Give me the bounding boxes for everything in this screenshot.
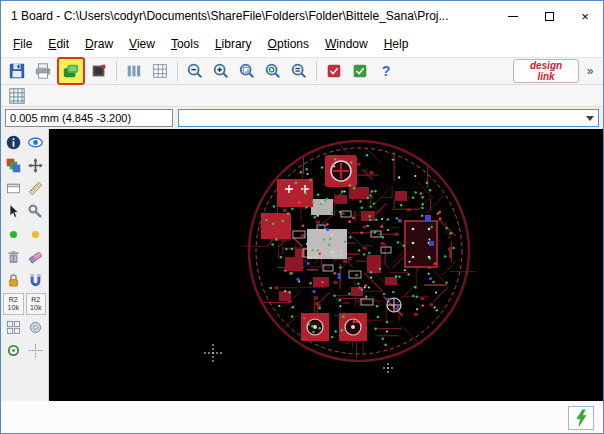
toolbar-overflow-button[interactable]: » [581, 59, 599, 83]
menu-window[interactable]: Window [317, 33, 376, 55]
close-button[interactable]: × [567, 1, 603, 31]
zoom-in-icon [212, 62, 230, 80]
menu-draw[interactable]: Draw [77, 33, 121, 55]
lock-button[interactable] [3, 270, 24, 291]
zoom-window-icon [238, 62, 256, 80]
menu-edit[interactable]: Edit [40, 33, 77, 55]
crosshair-icon [27, 342, 44, 359]
component-refdes: R2 [9, 296, 18, 303]
chevron-down-icon [586, 116, 594, 121]
lock-icon [5, 272, 22, 289]
design-link-label-1: design [530, 60, 562, 71]
zoom-previous-button[interactable] [287, 59, 311, 83]
yellow-dot-icon [27, 226, 44, 243]
tools-button[interactable] [26, 201, 47, 222]
layers-button[interactable] [3, 155, 24, 176]
main-area: R2 10k R2 10k [1, 129, 603, 401]
snap-button[interactable] [26, 270, 47, 291]
origin-button[interactable] [26, 340, 47, 361]
wrench-icon [27, 203, 44, 220]
via-icon [5, 342, 22, 359]
trash-icon [5, 249, 22, 266]
erase-button[interactable] [26, 247, 47, 268]
compare-button[interactable] [348, 59, 372, 83]
connection-manager-button[interactable] [568, 406, 594, 430]
zoom-window-button[interactable] [235, 59, 259, 83]
pads-button[interactable] [26, 317, 47, 338]
component-pattern-button[interactable] [59, 59, 83, 83]
visibility-button[interactable] [26, 132, 47, 153]
ruler-icon [27, 180, 44, 197]
grid-icon [8, 87, 26, 105]
menu-tools[interactable]: Tools [163, 33, 207, 55]
pattern-grid-icon [5, 319, 22, 336]
red-check-icon [325, 62, 343, 80]
design-link-label-2: link [537, 71, 554, 82]
menubar: File Edit Draw View Tools Library Option… [1, 31, 603, 57]
side-toolbar: R2 10k R2 10k [1, 129, 49, 401]
component-preview-button-2[interactable]: R2 10k [26, 293, 47, 315]
menu-options[interactable]: Options [260, 33, 317, 55]
info-button[interactable] [3, 132, 24, 153]
help-icon: ? [382, 63, 391, 79]
save-button[interactable] [5, 59, 29, 83]
design-link-button[interactable]: design link [513, 59, 579, 83]
menu-help[interactable]: Help [376, 33, 417, 55]
verification-button[interactable] [322, 59, 346, 83]
pattern-grid-button[interactable] [3, 317, 24, 338]
magnet-icon [27, 272, 44, 289]
component-value: 10k [8, 304, 19, 311]
save-icon [8, 62, 26, 80]
highlight-annotation [57, 57, 85, 85]
move-icon [27, 157, 44, 174]
toolbar-separator [177, 61, 178, 81]
window-title: 1 Board - C:\Users\codyr\Documents\Share… [11, 9, 495, 23]
maximize-icon [545, 12, 554, 21]
command-input[interactable] [179, 110, 582, 126]
eraser-icon [27, 249, 44, 266]
toolbar-separator [116, 61, 117, 81]
scale-select-button[interactable] [148, 59, 172, 83]
lightning-icon [573, 409, 589, 427]
minimize-icon [508, 16, 518, 17]
measure-tool-button[interactable] [26, 178, 47, 199]
placement-box-button[interactable] [3, 178, 24, 199]
green-dot-icon [5, 226, 22, 243]
combo-dropdown-button[interactable] [582, 110, 598, 126]
menu-file[interactable]: File [5, 33, 40, 55]
zoom-in-button[interactable] [209, 59, 233, 83]
delete-button[interactable] [3, 247, 24, 268]
pcb-canvas[interactable] [49, 129, 603, 401]
bottom-bar [1, 401, 603, 434]
component-refdes: R2 [31, 296, 40, 303]
pad-icon [27, 319, 44, 336]
scale-grid-icon [151, 62, 169, 80]
green-component-icon [62, 62, 80, 80]
placement-button[interactable] [122, 59, 146, 83]
move-tool-button[interactable] [26, 155, 47, 176]
print-icon [34, 62, 52, 80]
zoom-out-icon [186, 62, 204, 80]
ratsnest-toggle-button[interactable] [3, 224, 24, 245]
box-icon [5, 180, 22, 197]
component-value: 10k [30, 304, 41, 311]
cursor-icon [5, 203, 22, 220]
minimize-button[interactable] [495, 1, 531, 31]
columns-icon [125, 62, 143, 80]
menu-library[interactable]: Library [207, 33, 260, 55]
zoom-out-button[interactable] [183, 59, 207, 83]
component-preview-button-1[interactable]: R2 10k [3, 293, 24, 315]
help-button[interactable]: ? [374, 59, 398, 83]
update-button[interactable] [87, 59, 111, 83]
grid-toggle-button[interactable] [5, 84, 29, 108]
select-tool-button[interactable] [3, 201, 24, 222]
zoom-board-button[interactable] [261, 59, 285, 83]
highlight-net-button[interactable] [26, 224, 47, 245]
via-button[interactable] [3, 340, 24, 361]
command-combobox [178, 109, 599, 127]
coordinate-display: 0.005 mm (4.845 -3.200) [5, 109, 173, 127]
toolbar-separator [316, 61, 317, 81]
maximize-button[interactable] [531, 1, 567, 31]
menu-view[interactable]: View [121, 33, 163, 55]
print-button[interactable] [31, 59, 55, 83]
